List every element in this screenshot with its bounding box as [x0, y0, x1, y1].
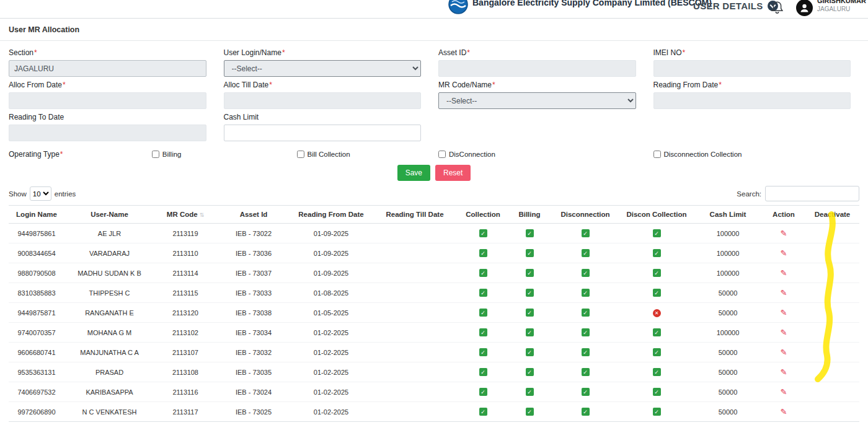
col-billing[interactable]: Billing: [508, 206, 551, 224]
edit-icon[interactable]: ✎: [781, 288, 787, 297]
checkbox-billing[interactable]: Billing: [152, 151, 182, 158]
field-reading-from-date: Reading From Date*: [653, 81, 851, 109]
billing-checkbox[interactable]: [152, 151, 159, 158]
cell: [371, 343, 458, 362]
table-row: 9972606890N C VENKATESH2113117IEB - 7302…: [9, 402, 859, 422]
page-size-control: Show 10 entries: [9, 186, 76, 201]
col-mr-code[interactable]: MR Code⇅: [154, 206, 216, 224]
cell: [805, 382, 859, 402]
cell: PRASAD: [64, 362, 154, 382]
col-asset-id[interactable]: Asset Id: [216, 206, 291, 224]
col-reading-till-date[interactable]: Reading Till Date: [371, 206, 458, 224]
col-user-name[interactable]: User-Name: [64, 206, 154, 224]
cell: IEB - 73038: [216, 303, 291, 323]
search-control: Search:: [737, 186, 859, 201]
cell: 9880790508: [9, 263, 64, 283]
cross-icon: ✕: [653, 309, 661, 317]
cell: 01-08-2025: [291, 283, 371, 303]
table-controls: Show 10 entries Search:: [0, 183, 868, 201]
cell: IEB - 73035: [216, 362, 291, 382]
field-imei-no: IMEI NO*: [653, 48, 851, 77]
cell: 9008344654: [9, 243, 64, 263]
cell: [371, 382, 458, 402]
avatar[interactable]: [796, 0, 813, 16]
check-icon: ✓: [526, 249, 534, 257]
cell: 01-02-2025: [291, 402, 371, 422]
entries-label: entries: [55, 190, 76, 198]
check-icon: ✓: [653, 269, 661, 277]
imei-no-input[interactable]: [653, 60, 851, 77]
field-cash-limit: Cash Limit: [224, 113, 422, 141]
check-icon: ✓: [479, 309, 487, 317]
mr-code-select[interactable]: --Select--: [438, 92, 636, 109]
col-login-name[interactable]: Login Name: [9, 206, 64, 224]
table-footer: Showing 1 to 10 of 19 entries Previous 1…: [0, 422, 868, 425]
alloc-till-label: Alloc Till Date*: [224, 81, 422, 89]
col-deactivate[interactable]: Deactivate: [805, 206, 859, 224]
edit-icon[interactable]: ✎: [781, 348, 787, 357]
cell: 01-02-2025: [291, 323, 371, 343]
edit-icon[interactable]: ✎: [781, 387, 787, 397]
check-icon: ✓: [653, 249, 661, 257]
page-size-select[interactable]: 10: [30, 186, 51, 201]
cell: [805, 243, 859, 263]
cell: 100000: [694, 243, 762, 263]
operating-type-label: Operating Type*: [9, 150, 63, 159]
edit-icon[interactable]: ✎: [781, 367, 787, 377]
user-login-select[interactable]: --Select--: [224, 60, 422, 77]
bill-collection-checkbox[interactable]: [297, 151, 304, 158]
notifications-bell-icon[interactable]: [771, 0, 784, 17]
disconnection-collection-checkbox[interactable]: [653, 151, 661, 158]
edit-icon[interactable]: ✎: [781, 268, 787, 278]
alloc-till-date-input[interactable]: [224, 92, 422, 109]
reading-from-date-input[interactable]: [653, 92, 851, 109]
disconnection-checkbox[interactable]: [438, 151, 446, 158]
check-icon: ✓: [653, 328, 661, 336]
section-input[interactable]: [9, 60, 206, 77]
cell: [371, 243, 458, 263]
search-input[interactable]: [765, 186, 859, 201]
col-cash-limit[interactable]: Cash Limit: [694, 206, 762, 224]
asset-id-input[interactable]: [438, 60, 636, 77]
cell: IEB - 73036: [216, 243, 291, 263]
field-alloc-till-date: Alloc Till Date*: [224, 81, 422, 109]
col-collection[interactable]: Collection: [458, 206, 508, 224]
reset-button[interactable]: Reset: [435, 165, 471, 181]
alloc-from-date-input[interactable]: [9, 92, 206, 109]
check-icon: ✓: [479, 388, 487, 396]
top-bar: Bangalore Electricity Supply Company Lim…: [0, 0, 868, 19]
check-icon: ✓: [653, 229, 661, 237]
edit-icon[interactable]: ✎: [781, 407, 787, 416]
col-disconnection[interactable]: Disconnection: [551, 206, 619, 224]
table-header-row: Login Name User-Name MR Code⇅ Asset Id R…: [9, 206, 859, 224]
edit-icon[interactable]: ✎: [781, 328, 787, 337]
edit-icon[interactable]: ✎: [781, 229, 787, 238]
check-icon: ✓: [653, 289, 661, 297]
cell: IEB - 73032: [216, 343, 291, 362]
cell: 100000: [694, 323, 762, 343]
check-icon: ✓: [653, 388, 661, 396]
col-action[interactable]: Action: [762, 206, 805, 224]
cash-limit-input[interactable]: [224, 125, 422, 141]
user-details-menu[interactable]: USER DETAILS: [693, 1, 778, 11]
checkbox-bill-collection[interactable]: Bill Collection: [297, 151, 350, 158]
checkbox-disconnection[interactable]: DisConnection: [438, 151, 495, 158]
edit-icon[interactable]: ✎: [781, 248, 787, 258]
col-discon-collection[interactable]: Discon Collection: [619, 206, 694, 224]
reading-to-date-input[interactable]: [9, 125, 206, 141]
check-icon: ✓: [479, 269, 487, 277]
asset-id-label: Asset ID*: [438, 48, 636, 57]
check-icon: ✓: [526, 309, 534, 317]
col-reading-from-date[interactable]: Reading From Date: [291, 206, 371, 224]
edit-icon[interactable]: ✎: [781, 308, 787, 317]
cell: 2113107: [154, 343, 216, 362]
cell: 50000: [694, 343, 762, 362]
table-row: 9606680741MANJUNATHA C A2113107IEB - 730…: [9, 343, 859, 362]
cell: VARADARAJ: [64, 243, 154, 263]
save-button[interactable]: Save: [397, 165, 430, 181]
cell: IEB - 73024: [216, 382, 291, 402]
cell: 7406697532: [9, 382, 64, 402]
show-label: Show: [9, 190, 27, 198]
checkbox-disconnection-collection[interactable]: Disconnection Collection: [653, 151, 742, 158]
cell: 100000: [694, 263, 762, 283]
